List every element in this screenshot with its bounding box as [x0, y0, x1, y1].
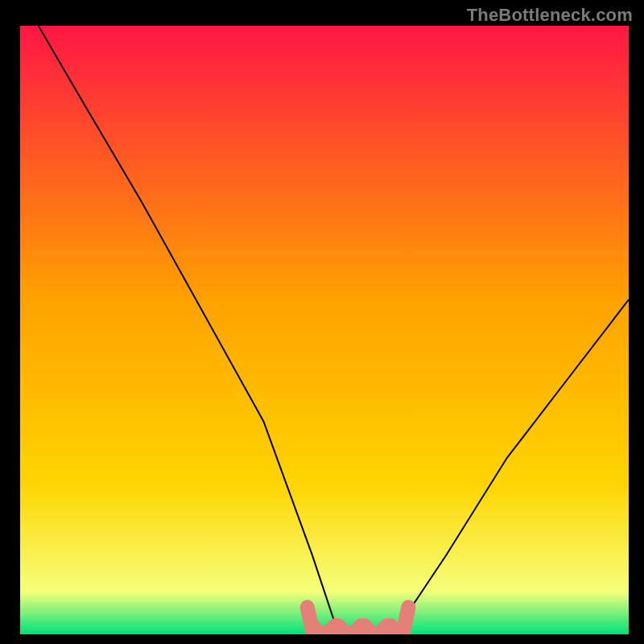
flat-band-end-tick — [308, 607, 312, 630]
plot-area — [20, 26, 629, 634]
flat-band-end-tick — [403, 607, 408, 630]
chart-frame: TheBottleneck.com — [0, 0, 644, 644]
chart-svg — [20, 26, 629, 634]
gradient-background — [20, 26, 629, 634]
watermark-text: TheBottleneck.com — [467, 5, 633, 26]
